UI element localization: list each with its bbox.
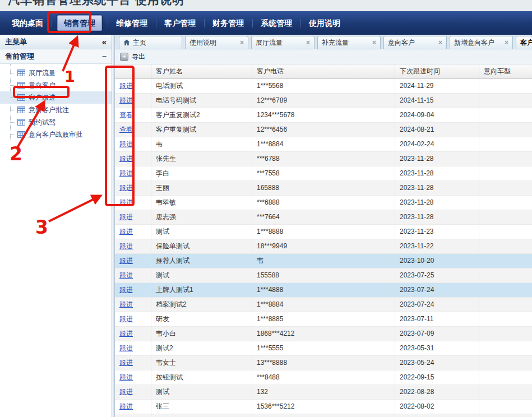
table-row: 跟进 韦小白 1868***4212 2023-07-09 <box>115 327 532 341</box>
sidebar: 主菜单 « 售前管理 − 展厅流量 <box>0 35 112 417</box>
cell-customer-name: 韦女士 <box>151 356 252 370</box>
row-action-link[interactable]: 跟进 <box>119 96 133 104</box>
collapse-sidebar-icon[interactable]: « <box>102 38 107 46</box>
cell-next-followup-date: 2023-11-23 <box>395 225 479 239</box>
table-row: 跟进 研发 1***8885 2023-07-11 <box>115 312 532 327</box>
table-row: 跟进 测试 155588 2023-07-25 <box>115 268 532 283</box>
tab-close-icon[interactable]: × <box>438 39 442 46</box>
navbar-item[interactable]: 维修管理 <box>108 11 156 35</box>
row-action-link[interactable]: 查看 <box>119 111 133 119</box>
tab-close-icon[interactable]: × <box>306 39 310 46</box>
cell-next-followup-date: 2023-10-20 <box>395 254 479 268</box>
navbar-item[interactable]: 客户管理 <box>156 11 204 35</box>
cell-intended-model <box>479 210 532 225</box>
row-action-link[interactable]: 跟进 <box>119 330 133 337</box>
cell-customer-phone: 13***8888 <box>252 356 395 370</box>
row-action-link[interactable]: 跟进 <box>119 344 133 352</box>
tab-label: 使用说明 <box>189 38 216 48</box>
navbar-item[interactable]: 财务管理 <box>204 11 252 35</box>
window-title-strip: 汽车销售管理系统平台 使用说明 <box>0 0 532 11</box>
cell-next-followup-date: 2023-11-28 <box>395 196 479 210</box>
navbar-item[interactable]: 使用说明 <box>300 11 349 35</box>
cell-next-followup-date: 2023-07-25 <box>395 268 479 283</box>
table-row: 跟进 张三 1536***5212 2022-08-02 <box>115 400 532 414</box>
tab[interactable]: 意向客户 × <box>383 36 447 49</box>
row-action-link[interactable]: 跟进 <box>119 213 133 221</box>
table-row <box>115 414 532 417</box>
tab[interactable]: 补充流量 × <box>317 36 381 49</box>
row-action-link[interactable]: 查看 <box>119 126 133 133</box>
cell-customer-phone: 18***9949 <box>252 239 395 254</box>
cell-customer-phone: 1***8884 <box>252 298 395 312</box>
row-action-link[interactable]: 跟进 <box>119 169 133 177</box>
navbar-item-label: 维修管理 <box>116 18 147 27</box>
row-action-link[interactable]: 跟进 <box>119 184 133 192</box>
tab[interactable]: 展厅流量 × <box>251 36 314 49</box>
row-action-link[interactable]: 跟进 <box>119 257 133 265</box>
table-grid-icon <box>17 82 25 89</box>
row-action-link[interactable]: 跟进 <box>119 286 133 294</box>
row-action-link[interactable]: 跟进 <box>119 388 133 396</box>
sidebar-title: 主菜单 <box>5 37 27 47</box>
row-action-link[interactable]: 跟进 <box>119 198 133 206</box>
table-header-row: 客户姓名 客户电话 下次跟进时间 意向车型 <box>115 64 532 79</box>
sidebar-menu-item-label: 意向客户批注 <box>29 105 69 115</box>
cell-customer-name: 韦小白 <box>151 327 252 341</box>
tab[interactable]: 新增意向客户 × <box>450 36 513 49</box>
tab-close-icon[interactable]: × <box>240 39 244 46</box>
table-row: 跟进 张先生 ***6788 2023-11-28 <box>115 152 532 166</box>
export-button[interactable]: ✳ 导出 <box>120 52 145 62</box>
tab[interactable]: 客户跟进 <box>516 36 532 49</box>
cell-customer-phone: 12***6456 <box>252 123 395 137</box>
cell-next-followup-date: 2024-09-04 <box>395 108 479 123</box>
cell-customer-name: 张先生 <box>151 152 252 166</box>
sidebar-menu-item[interactable]: 意向客户战败审批 <box>0 128 112 141</box>
row-action-link[interactable]: 跟进 <box>119 271 133 279</box>
cell-intended-model <box>479 108 532 123</box>
tab-close-icon[interactable]: × <box>505 39 508 46</box>
row-action-link[interactable]: 跟进 <box>119 373 133 381</box>
sidebar-menu-item-label: 预约试驾 <box>29 118 55 127</box>
cell-intended-model <box>479 225 532 239</box>
table-row: 跟进 保险单测试 18***9949 2023-11-22 <box>115 239 532 254</box>
navbar-item-label: 我的桌面 <box>12 18 43 27</box>
tab[interactable]: 主页 <box>119 36 182 49</box>
cell-next-followup-date: 2022-09-15 <box>395 370 479 385</box>
table-row: 跟进 韦翠敏 ***6888 2023-11-28 <box>115 196 532 210</box>
collapse-group-icon[interactable]: − <box>102 53 107 61</box>
tab-label: 展厅流量 <box>256 38 283 48</box>
sidebar-group-presale[interactable]: 售前管理 − <box>0 49 112 64</box>
cell-intended-model <box>479 181 532 196</box>
navbar-item-label: 使用说明 <box>309 18 340 27</box>
cell-customer-name: 客户重复测试 <box>151 123 252 137</box>
row-action-link[interactable]: 跟进 <box>119 315 133 323</box>
tab[interactable]: 使用说明 × <box>185 36 248 49</box>
navbar-item[interactable]: 销售管理 <box>52 11 108 35</box>
row-action-link[interactable]: 跟进 <box>119 228 133 235</box>
row-action-link[interactable]: 跟进 <box>119 300 133 308</box>
row-action-link[interactable]: 跟进 <box>119 402 133 410</box>
sidebar-menu-item[interactable]: 预约试驾 <box>0 116 112 128</box>
cell-next-followup-date: 2024-02-24 <box>395 137 479 152</box>
sidebar-menu-item[interactable]: 展厅流量 <box>0 67 112 79</box>
cell-customer-name: 电话测试 <box>151 79 252 94</box>
sidebar-menu-item[interactable]: 意向客户批注 <box>0 104 112 116</box>
table-body: 跟进 电话测试 1***5568 2024-11-29 跟进 电话号码测试 12… <box>115 79 532 417</box>
tab-close-icon[interactable]: × <box>372 39 376 46</box>
table-grid-icon <box>17 70 25 76</box>
cell-intended-model <box>479 239 532 254</box>
tab-label: 新增意向客户 <box>454 38 494 48</box>
sidebar-menu-item[interactable]: 意向客户 <box>0 79 112 91</box>
row-action-link[interactable]: 跟进 <box>119 82 133 90</box>
cell-customer-phone: 1***5555 <box>252 341 395 356</box>
row-action-link[interactable]: 跟进 <box>119 140 133 148</box>
col-header-next-followup: 下次跟进时间 <box>395 64 479 79</box>
navbar-item[interactable]: 系统管理 <box>252 11 300 35</box>
cell-customer-phone: 1536***5212 <box>252 400 395 414</box>
row-action-link[interactable]: 跟进 <box>119 155 133 163</box>
row-action-link[interactable]: 跟进 <box>119 359 133 367</box>
navbar-item[interactable]: 我的桌面 <box>3 11 52 35</box>
sidebar-menu-item[interactable]: 客户跟进 <box>0 91 112 104</box>
row-action-link[interactable]: 跟进 <box>119 242 133 250</box>
cell-intended-model <box>479 123 532 137</box>
